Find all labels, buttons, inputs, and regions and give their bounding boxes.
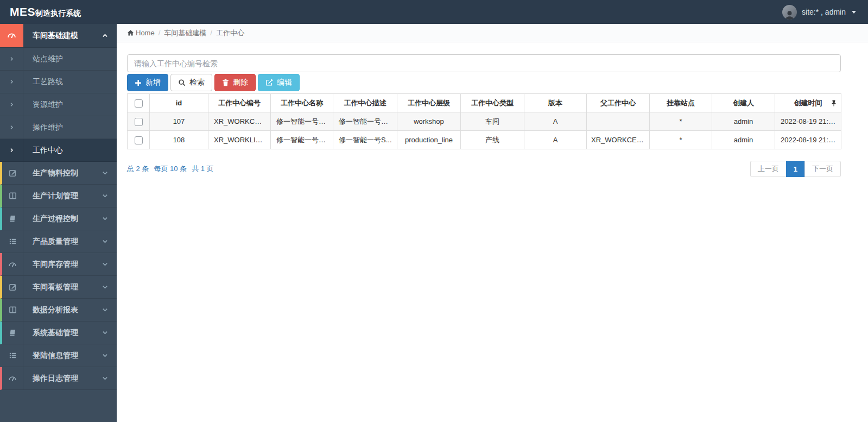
home-icon — [127, 29, 134, 36]
sidebar-item-operation-log-management[interactable]: 操作日志管理 — [0, 367, 117, 390]
top-navbar: MES制造执行系统 site:* , admin — [0, 0, 868, 24]
cell-created: 2022-08-19 21:1... — [775, 112, 841, 131]
page-1-button[interactable]: 1 — [786, 161, 805, 177]
chevron-right-icon — [9, 79, 14, 84]
sidebar-item-workshop-basic-modeling[interactable]: 车间基础建模 — [0, 24, 117, 48]
sidebar-item-label: 车间库存管理 — [23, 253, 102, 275]
trash-icon — [222, 79, 229, 86]
column-header-id[interactable]: id — [150, 94, 208, 112]
app-window: MES制造执行系统 site:* , admin 车间基础建模 站点维护 — [0, 0, 868, 422]
sidebar-item-production-plan-management[interactable]: 生产计划管理 — [0, 185, 117, 207]
sidebar-item-label: 操作日志管理 — [23, 367, 102, 389]
cell-creator: admin — [712, 131, 775, 149]
person-icon — [784, 9, 795, 20]
columns-icon — [9, 306, 17, 314]
sidebar-item-resource-maintenance[interactable]: 资源维护 — [0, 93, 117, 116]
column-header-created[interactable]: 创建时间 — [775, 94, 841, 112]
sidebar-item-label: 工艺路线 — [23, 71, 117, 93]
row-checkbox[interactable] — [135, 136, 143, 144]
sidebar-item-label: 生产物料控制 — [23, 162, 102, 184]
main-area: Home / 车间基础建模 / 工作中心 新增 检索 — [117, 24, 868, 422]
column-header-creator[interactable]: 创建人 — [712, 94, 775, 112]
sidebar-item-workshop-kanban-management[interactable]: 车间看板管理 — [0, 276, 117, 299]
column-header-site[interactable]: 挂靠站点 — [650, 94, 712, 112]
next-page-button[interactable]: 下一页 — [804, 161, 841, 177]
cell-name: 修一智能一号S... — [271, 131, 333, 149]
chevron-right-icon — [9, 125, 14, 130]
column-header-parent[interactable]: 父工作中心 — [587, 94, 650, 112]
chevron-down-icon — [102, 261, 108, 267]
sidebar-item-data-analysis-reports[interactable]: 数据分析报表 — [0, 299, 117, 322]
chevron-down-icon — [102, 238, 108, 244]
chevron-right-icon — [9, 56, 14, 61]
cell-id: 107 — [150, 112, 208, 131]
cell-parent: XR_WORKCEN... — [587, 131, 650, 149]
add-button[interactable]: 新增 — [127, 74, 168, 91]
sidebar-item-site-maintenance[interactable]: 站点维护 — [0, 48, 117, 71]
table-header-row: id 工作中心编号 工作中心名称 工作中心描述 工作中心层级 工作中心类型 版本… — [128, 94, 841, 112]
search-input[interactable] — [127, 54, 841, 72]
sidebar-item-label: 操作维护 — [23, 116, 117, 138]
gauge-icon — [8, 374, 17, 383]
pin-icon[interactable] — [831, 100, 837, 106]
table-row[interactable]: 107 XR_WORKCEN... 修一智能一号车间 修一智能一号车间 work… — [128, 112, 841, 131]
columns-icon — [9, 192, 17, 200]
delete-button[interactable]: 删除 — [214, 74, 256, 91]
column-header-desc[interactable]: 工作中心描述 — [333, 94, 397, 112]
brand-logo: MES制造执行系统 — [0, 5, 117, 18]
column-header-level[interactable]: 工作中心层级 — [397, 94, 461, 112]
chevron-down-icon — [102, 216, 108, 222]
cell-code: XR_WORKLINE... — [208, 131, 271, 149]
brand-primary-text: MES — [10, 5, 35, 18]
cell-level: production_line — [397, 131, 461, 149]
sidebar-item-product-quality-management[interactable]: 产品质量管理 — [0, 230, 117, 253]
breadcrumb-item[interactable]: 车间基础建模 — [164, 28, 206, 38]
sidebar-item-login-info-management[interactable]: 登陆信息管理 — [0, 344, 117, 367]
sidebar-item-label: 车间看板管理 — [23, 276, 102, 298]
sidebar-item-production-process-control[interactable]: 生产过程控制 — [0, 207, 117, 230]
sidebar-item-process-route[interactable]: 工艺路线 — [0, 71, 117, 93]
sidebar-item-system-basic-management[interactable]: 系统基础管理 — [0, 322, 117, 344]
column-header-type[interactable]: 工作中心类型 — [461, 94, 524, 112]
cell-site: * — [650, 112, 712, 131]
cell-name: 修一智能一号车间 — [271, 112, 333, 131]
cell-desc: 修一智能一号车间 — [333, 112, 397, 131]
edit-button[interactable]: 编辑 — [258, 74, 300, 91]
list-icon — [9, 351, 17, 360]
cell-level: workshop — [397, 112, 461, 131]
plus-icon — [135, 79, 142, 86]
book-icon — [9, 215, 17, 223]
sidebar-item-workshop-inventory-management[interactable]: 车间库存管理 — [0, 253, 117, 276]
cell-creator: admin — [712, 112, 775, 131]
sidebar-item-label: 生产计划管理 — [23, 185, 102, 207]
cell-version: A — [524, 112, 587, 131]
column-header-name[interactable]: 工作中心名称 — [271, 94, 333, 112]
cell-type: 产线 — [461, 131, 524, 149]
chevron-down-icon — [102, 170, 108, 176]
search-button[interactable]: 检索 — [170, 74, 212, 91]
user-menu[interactable]: site:* , admin — [782, 5, 868, 20]
pagination: 上一页 1 下一页 — [750, 161, 841, 177]
select-all-checkbox[interactable] — [135, 99, 143, 108]
book-icon — [9, 329, 17, 337]
sidebar-item-label: 产品质量管理 — [23, 230, 102, 253]
sidebar-item-production-material-control[interactable]: 生产物料控制 — [0, 162, 117, 185]
column-header-code[interactable]: 工作中心编号 — [208, 94, 271, 112]
chevron-down-icon — [102, 307, 108, 313]
sidebar-item-operation-maintenance[interactable]: 操作维护 — [0, 116, 117, 139]
row-checkbox[interactable] — [135, 118, 143, 126]
breadcrumb-home-link[interactable]: Home — [127, 29, 155, 37]
brand-secondary-text: 制造执行系统 — [35, 9, 81, 18]
chevron-down-icon — [102, 352, 108, 358]
breadcrumb: Home / 车间基础建模 / 工作中心 — [117, 24, 868, 42]
prev-page-button[interactable]: 上一页 — [750, 161, 787, 177]
table-row[interactable]: 108 XR_WORKLINE... 修一智能一号S... 修一智能一号S...… — [128, 131, 841, 149]
column-header-version[interactable]: 版本 — [524, 94, 587, 112]
sidebar-item-work-center[interactable]: 工作中心 — [0, 139, 117, 162]
sidebar-item-label: 资源维护 — [23, 93, 117, 116]
work-center-table: id 工作中心编号 工作中心名称 工作中心描述 工作中心层级 工作中心类型 版本… — [127, 93, 841, 149]
sidebar-item-label: 系统基础管理 — [23, 322, 102, 344]
chevron-right-icon — [9, 102, 14, 107]
gauge-icon — [8, 260, 17, 269]
search-icon — [178, 79, 186, 86]
